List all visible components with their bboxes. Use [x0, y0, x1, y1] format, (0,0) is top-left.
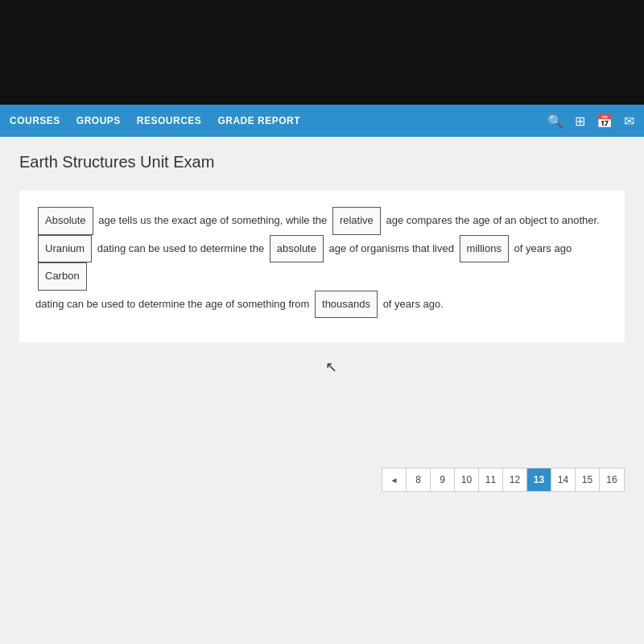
pagination: ◄ 8 9 10 11 12 13 14 15 16	[382, 468, 625, 492]
nav-right: 🔍 ⊞ 📅 ✉	[547, 114, 634, 129]
pagination-page-12[interactable]: 12	[503, 469, 527, 491]
pagination-page-11[interactable]: 11	[479, 469, 503, 491]
nav-item-courses[interactable]: COURSES	[10, 115, 60, 126]
pagination-page-8[interactable]: 8	[407, 469, 431, 491]
blank-thousands[interactable]: thousands	[315, 291, 378, 319]
blank-carbon[interactable]: Carbon	[38, 262, 87, 291]
navbar: COURSES GROUPS RESOURCES GRADE REPORT 🔍 …	[0, 105, 644, 137]
blank-uranium[interactable]: Uranium	[38, 235, 92, 263]
pagination-page-14[interactable]: 14	[551, 469, 576, 491]
text-line3-part1: dating can be used to determine the age …	[35, 298, 309, 310]
text-line1-part1: age tells us the exact age of something,…	[98, 214, 327, 226]
pagination-page-16[interactable]: 16	[600, 469, 624, 491]
exam-line-1: Absolute age tells us the exact age of s…	[35, 207, 609, 235]
exam-box: Absolute age tells us the exact age of s…	[19, 191, 625, 342]
nav-left: COURSES GROUPS RESOURCES GRADE REPORT	[10, 115, 300, 126]
calendar-icon[interactable]: 📅	[597, 114, 613, 129]
blank-absolute-2[interactable]: absolute	[270, 235, 324, 263]
cursor-area: ↖	[19, 342, 625, 390]
pagination-page-15[interactable]: 15	[576, 469, 600, 491]
text-line2-part2: age of organisms that lived	[329, 242, 454, 254]
pagination-page-13[interactable]: 13	[527, 469, 551, 491]
text-line1-part2: age compares the age of an object to ano…	[386, 214, 599, 226]
page-title: Earth Structures Unit Exam	[19, 153, 625, 171]
pagination-prev[interactable]: ◄	[382, 469, 407, 491]
mail-icon[interactable]: ✉	[624, 114, 634, 129]
exam-line-3: dating can be used to determine the age …	[35, 291, 609, 319]
blank-absolute[interactable]: Absolute	[38, 207, 93, 235]
exam-line-2: Uranium dating can be used to determine …	[35, 235, 609, 291]
grid-icon[interactable]: ⊞	[575, 114, 585, 129]
text-line3-part2: of years ago.	[383, 298, 444, 310]
nav-item-resources[interactable]: RESOURCES	[137, 115, 202, 126]
text-line2-part1: dating can be used to determine the	[97, 242, 264, 254]
search-icon[interactable]: 🔍	[547, 114, 564, 129]
blank-millions[interactable]: millions	[460, 235, 509, 263]
pagination-wrapper: ◄ 8 9 10 11 12 13 14 15 16	[19, 455, 625, 492]
blank-relative[interactable]: relative	[332, 207, 381, 235]
nav-item-groups[interactable]: GROUPS	[76, 115, 121, 126]
nav-item-grade-report[interactable]: GRADE REPORT	[217, 115, 300, 126]
fill-blank-area: Absolute age tells us the exact age of s…	[35, 207, 609, 318]
pagination-page-10[interactable]: 10	[455, 469, 479, 491]
mouse-cursor: ↖	[325, 358, 337, 376]
top-black-area	[0, 0, 644, 105]
pagination-page-9[interactable]: 9	[431, 469, 455, 491]
text-line2-part3: of years ago	[514, 242, 572, 254]
main-content: Earth Structures Unit Exam Absolute age …	[0, 137, 644, 644]
